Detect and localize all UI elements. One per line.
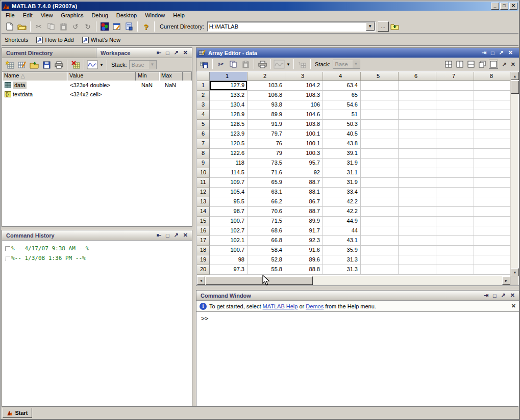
grid-cell-r19c2[interactable]: 52.8 bbox=[247, 255, 285, 265]
tile-single-icon[interactable] bbox=[489, 60, 498, 69]
grid-cell-r12c6[interactable] bbox=[399, 188, 436, 197]
maximize-panel-icon[interactable]: □ bbox=[166, 50, 169, 56]
redo-icon[interactable]: ↻ bbox=[82, 21, 94, 32]
grid-cell-r5c8[interactable] bbox=[474, 120, 510, 129]
grid-cell-r4c4[interactable]: 51 bbox=[323, 110, 361, 120]
grid-row-header-10[interactable]: 10 bbox=[197, 168, 210, 178]
grid-cell-r2c1[interactable]: 133.2 bbox=[210, 91, 247, 100]
grid-cell-r10c8[interactable] bbox=[474, 168, 510, 178]
maximize-panel-icon[interactable]: □ bbox=[166, 232, 169, 239]
menu-item-file[interactable]: File bbox=[2, 11, 19, 19]
grid-cell-r18c6[interactable] bbox=[399, 246, 436, 255]
grid-cell-r4c7[interactable] bbox=[436, 110, 474, 120]
grid-cell-r13c4[interactable]: 42.2 bbox=[323, 197, 361, 207]
grid-cell-r20c5[interactable] bbox=[361, 265, 399, 275]
grid-cell-r2c7[interactable] bbox=[436, 91, 474, 100]
column-header-max[interactable]: Max bbox=[159, 72, 183, 81]
grid-column-header-8[interactable]: 8 bbox=[474, 72, 510, 81]
print-icon[interactable] bbox=[53, 59, 65, 70]
grid-cell-r9c7[interactable] bbox=[436, 159, 474, 168]
close-infobar-icon[interactable]: ✕ bbox=[511, 303, 516, 309]
grid-cell-r8c4[interactable]: 39.1 bbox=[323, 149, 361, 159]
grid-cell-r5c3[interactable]: 103.8 bbox=[285, 120, 323, 129]
grid-cell-r11c6[interactable] bbox=[399, 178, 436, 188]
close-panel-icon[interactable]: ✕ bbox=[183, 232, 188, 239]
vertical-scrollbar[interactable]: ▲ ▼ bbox=[510, 72, 518, 276]
undock-icon[interactable]: ↗ bbox=[501, 292, 506, 299]
grid-cell-r10c3[interactable]: 92 bbox=[285, 168, 323, 178]
undo-icon[interactable]: ↺ bbox=[69, 21, 82, 32]
grid-cell-r10c7[interactable] bbox=[436, 168, 474, 178]
menu-item-debug[interactable]: Debug bbox=[87, 11, 112, 19]
close-panel-icon[interactable]: ✕ bbox=[511, 61, 515, 68]
grid-cell-r17c2[interactable]: 66.8 bbox=[247, 236, 285, 246]
matlab-help-link[interactable]: MATLAB Help bbox=[263, 303, 298, 309]
cut-icon[interactable]: ✂ bbox=[215, 59, 227, 70]
grid-cell-r18c8[interactable] bbox=[474, 246, 510, 255]
grid-cell-r6c8[interactable] bbox=[474, 129, 510, 139]
grid-cell-r2c3[interactable]: 108.3 bbox=[285, 91, 323, 100]
grid-cell-r19c1[interactable]: 98 bbox=[210, 255, 247, 265]
grid-cell-r17c5[interactable] bbox=[361, 236, 399, 246]
history-entry[interactable]: %-- 1/3/08 1:36 PM --% bbox=[5, 253, 190, 263]
grid-cell-r16c2[interactable]: 68.6 bbox=[247, 226, 285, 236]
plot-variable-icon[interactable] bbox=[86, 59, 98, 70]
grid-cell-r1c4[interactable]: 63.4 bbox=[323, 81, 361, 91]
undock-icon[interactable]: ↗ bbox=[502, 61, 507, 68]
column-header-name[interactable]: Name △ bbox=[2, 72, 67, 81]
grid-cell-r18c3[interactable]: 91.6 bbox=[285, 246, 323, 255]
grid-cell-r14c2[interactable]: 70.6 bbox=[247, 207, 285, 217]
scroll-up-icon[interactable]: ▲ bbox=[511, 72, 519, 80]
grid-row-header-13[interactable]: 13 bbox=[197, 197, 210, 207]
grid-cell-r3c6[interactable] bbox=[399, 100, 436, 110]
copy-icon[interactable] bbox=[45, 21, 57, 32]
grid-cell-r16c3[interactable]: 91.7 bbox=[285, 226, 323, 236]
grid-cell-r12c7[interactable] bbox=[436, 188, 474, 197]
grid-column-header-5[interactable]: 5 bbox=[361, 72, 399, 81]
browse-folder-button[interactable]: ... bbox=[378, 21, 389, 32]
scroll-right-icon[interactable]: ► bbox=[502, 276, 510, 285]
open-file-icon[interactable] bbox=[16, 21, 28, 32]
grid-row-header-8[interactable]: 8 bbox=[197, 149, 210, 159]
grid-cell-r14c7[interactable] bbox=[436, 207, 474, 217]
workspace-row-textdata[interactable]: {}textdata<324x2 cell> bbox=[3, 90, 191, 99]
grid-cell-r9c1[interactable]: 118 bbox=[210, 159, 247, 168]
grid-row-header-7[interactable]: 7 bbox=[197, 139, 210, 149]
grid-column-header-2[interactable]: 2 bbox=[247, 72, 285, 81]
grid-cell-r13c2[interactable]: 66.2 bbox=[247, 197, 285, 207]
grid-cell-r1c3[interactable]: 104.2 bbox=[285, 81, 323, 91]
grid-cell-r19c4[interactable]: 31.3 bbox=[323, 255, 361, 265]
grid-cell-r6c3[interactable]: 100.1 bbox=[285, 129, 323, 139]
grid-cell-r6c6[interactable] bbox=[399, 129, 436, 139]
scroll-left-icon[interactable]: ◄ bbox=[197, 276, 205, 285]
save-icon[interactable] bbox=[198, 59, 210, 70]
grid-cell-r19c3[interactable]: 89.6 bbox=[285, 255, 323, 265]
grid-cell-r6c1[interactable]: 123.9 bbox=[210, 129, 247, 139]
grid-cell-r9c8[interactable] bbox=[474, 159, 510, 168]
grid-cell-r17c1[interactable]: 102.1 bbox=[210, 236, 247, 246]
guide-icon[interactable] bbox=[111, 21, 123, 32]
menu-item-graphics[interactable]: Graphics bbox=[57, 11, 87, 19]
history-entry[interactable]: %-- 4/17/07 9:38 AM --% bbox=[5, 244, 190, 253]
grid-cell-r7c5[interactable] bbox=[361, 139, 399, 149]
grid-column-header-3[interactable]: 3 bbox=[285, 72, 323, 81]
grid-cell-r7c8[interactable] bbox=[474, 139, 510, 149]
grid-cell-r18c4[interactable]: 35.9 bbox=[323, 246, 361, 255]
grid-cell-r11c7[interactable] bbox=[436, 178, 474, 188]
grid-cell-r14c8[interactable] bbox=[474, 207, 510, 217]
grid-cell-r8c5[interactable] bbox=[361, 149, 399, 159]
grid-cell-r7c4[interactable]: 43.8 bbox=[323, 139, 361, 149]
grid-cell-r14c4[interactable]: 42.2 bbox=[323, 207, 361, 217]
grid-cell-r13c8[interactable] bbox=[474, 197, 510, 207]
new-file-icon[interactable] bbox=[4, 21, 16, 32]
grid-cell-r8c1[interactable]: 122.6 bbox=[210, 149, 247, 159]
grid-cell-r14c6[interactable] bbox=[399, 207, 436, 217]
grid-cell-r14c3[interactable]: 88.7 bbox=[285, 207, 323, 217]
grid-cell-r15c8[interactable] bbox=[474, 217, 510, 226]
command-window-body[interactable]: >> bbox=[197, 312, 518, 406]
grid-cell-r18c1[interactable]: 100.7 bbox=[210, 246, 247, 255]
grid-cell-r3c4[interactable]: 54.6 bbox=[323, 100, 361, 110]
paste-icon[interactable] bbox=[57, 21, 69, 32]
minimize-button[interactable]: _ bbox=[491, 3, 499, 10]
close-panel-icon[interactable]: ✕ bbox=[510, 292, 515, 299]
